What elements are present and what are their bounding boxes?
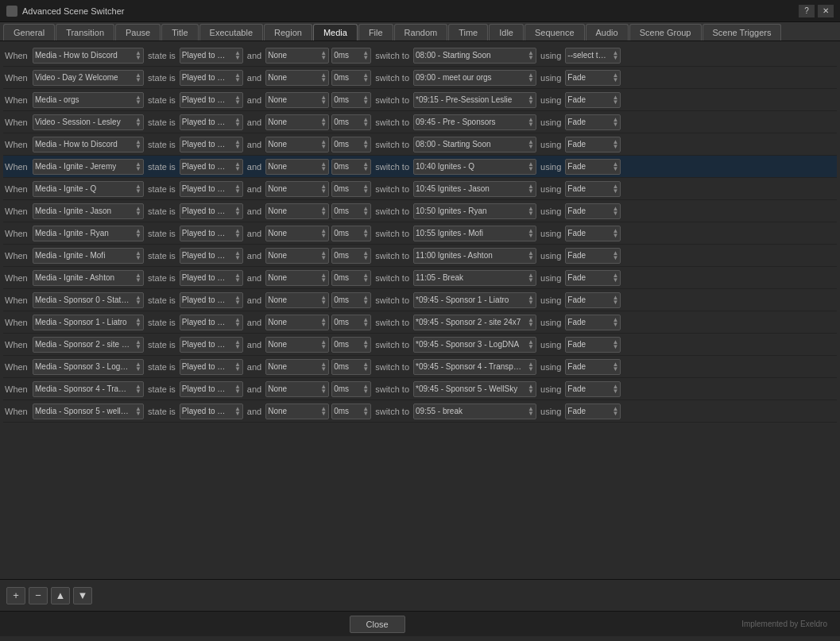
ms-select[interactable]: 0ms▲▼	[331, 114, 371, 130]
none-select[interactable]: None▲▼	[265, 137, 329, 153]
none-select[interactable]: None▲▼	[265, 114, 329, 130]
state-select[interactable]: Played to end▲▼	[180, 270, 243, 286]
ms-select[interactable]: 0ms▲▼	[331, 159, 371, 175]
scene-select[interactable]: 10:40 Ignites - Q▲▼	[413, 159, 536, 175]
state-select[interactable]: Played to end▲▼	[180, 48, 243, 64]
tab-general[interactable]: General	[3, 24, 55, 41]
scene-select[interactable]: 11:05 - Break▲▼	[413, 270, 536, 286]
media-select[interactable]: Video - Day 2 Welcome▲▼	[33, 70, 144, 86]
none-select[interactable]: None▲▼	[265, 292, 329, 308]
tab-media[interactable]: Media	[313, 24, 358, 41]
ms-select[interactable]: 0ms▲▼	[331, 70, 371, 86]
state-select[interactable]: Played to end▲▼	[180, 181, 243, 197]
state-select[interactable]: Played to end▲▼	[180, 359, 243, 375]
media-select[interactable]: Media - Ignite - Ashton▲▼	[33, 270, 144, 286]
none-select[interactable]: None▲▼	[265, 48, 329, 64]
scene-select[interactable]: 08:00 - Starting Soon▲▼	[413, 137, 536, 153]
trans-select[interactable]: --select trans▲▼	[565, 48, 621, 64]
none-select[interactable]: None▲▼	[265, 203, 329, 219]
state-select[interactable]: Played to end▲▼	[180, 92, 243, 108]
state-select[interactable]: Played to end▲▼	[180, 337, 243, 353]
none-select[interactable]: None▲▼	[265, 92, 329, 108]
none-select[interactable]: None▲▼	[265, 337, 329, 353]
trans-select[interactable]: Fade▲▼	[565, 92, 621, 108]
scene-select[interactable]: 10:45 Ignites - Jason▲▼	[413, 181, 536, 197]
state-select[interactable]: Played to end▲▼	[180, 137, 243, 153]
trans-select[interactable]: Fade▲▼	[565, 270, 621, 286]
state-select[interactable]: Played to end▲▼	[180, 292, 243, 308]
scene-select[interactable]: 08:00 - Starting Soon▲▼	[413, 48, 536, 64]
trans-select[interactable]: Fade▲▼	[565, 137, 621, 153]
media-select[interactable]: Video - Session - Lesley▲▼	[33, 114, 144, 130]
state-select[interactable]: Played to end▲▼	[180, 159, 243, 175]
none-select[interactable]: None▲▼	[265, 159, 329, 175]
ms-select[interactable]: 0ms▲▼	[331, 381, 371, 397]
media-select[interactable]: Media - Sponsor 2 - site 24x7▲▼	[33, 337, 144, 353]
scene-select[interactable]: *09:45 - Sponsor 1 - Liatro▲▼	[413, 292, 536, 308]
trans-select[interactable]: Fade▲▼	[565, 315, 621, 330]
state-select[interactable]: Played to end▲▼	[180, 70, 243, 86]
tab-idle[interactable]: Idle	[489, 24, 524, 41]
ms-select[interactable]: 0ms▲▼	[331, 48, 371, 64]
scene-select[interactable]: *09:45 - Sponsor 2 - site 24x7▲▼	[413, 315, 536, 330]
none-select[interactable]: None▲▼	[265, 270, 329, 286]
tab-audio[interactable]: Audio	[586, 24, 629, 41]
close-button[interactable]: Close	[350, 616, 405, 633]
media-select[interactable]: Media - Ignite - Ryan▲▼	[33, 226, 144, 241]
trans-select[interactable]: Fade▲▼	[565, 114, 621, 130]
tab-region[interactable]: Region	[264, 24, 312, 41]
trans-select[interactable]: Fade▲▼	[565, 248, 621, 264]
tab-random[interactable]: Random	[394, 24, 448, 41]
none-select[interactable]: None▲▼	[265, 381, 329, 397]
media-select[interactable]: Media - Sponsor 4 - Transposit▲▼	[33, 381, 144, 397]
trans-select[interactable]: Fade▲▼	[565, 226, 621, 241]
trans-select[interactable]: Fade▲▼	[565, 159, 621, 175]
tab-time[interactable]: Time	[448, 24, 488, 41]
trans-select[interactable]: Fade▲▼	[565, 292, 621, 308]
media-select[interactable]: Media - Sponsor 3 - LogDNA▲▼	[33, 359, 144, 375]
scene-select[interactable]: 10:50 Ignites - Ryan▲▼	[413, 203, 536, 219]
close-window-button[interactable]: ✕	[818, 5, 834, 17]
trans-select[interactable]: Fade▲▼	[565, 337, 621, 353]
remove-button[interactable]: −	[29, 587, 48, 604]
scene-select[interactable]: *09:45 - Sponsor 4 - Transposit▲▼	[413, 359, 536, 375]
trans-select[interactable]: Fade▲▼	[565, 359, 621, 375]
media-select[interactable]: Media - How to Discord▲▼	[33, 137, 144, 153]
scene-select[interactable]: *09:45 - Sponsor 3 - LogDNA▲▼	[413, 337, 536, 353]
scene-select[interactable]: *09:15 - Pre-Session Leslie▲▼	[413, 92, 536, 108]
scene-select[interactable]: 09:45 - Pre - Sponsors▲▼	[413, 114, 536, 130]
state-select[interactable]: Played to end▲▼	[180, 381, 243, 397]
media-select[interactable]: Media - Ignite - Jason▲▼	[33, 203, 144, 219]
scene-select[interactable]: 09:00 - meet our orgs▲▼	[413, 70, 536, 86]
state-select[interactable]: Played to end▲▼	[180, 203, 243, 219]
media-select[interactable]: Media - Sponsor 0 - State Farm▲▼	[33, 292, 144, 308]
media-select[interactable]: Media - orgs▲▼	[33, 92, 144, 108]
none-select[interactable]: None▲▼	[265, 404, 329, 419]
media-select[interactable]: Media - Sponsor 1 - Liatro▲▼	[33, 315, 144, 330]
media-select[interactable]: Media - Sponsor 5 - wellsky▲▼	[33, 404, 144, 419]
media-select[interactable]: Media - Ignite - Jeremy▲▼	[33, 159, 144, 175]
move-down-button[interactable]: ▼	[73, 587, 92, 604]
tab-file[interactable]: File	[358, 24, 393, 41]
state-select[interactable]: Played to end▲▼	[180, 315, 243, 330]
tab-scene-group[interactable]: Scene Group	[629, 24, 702, 41]
help-button[interactable]: ?	[799, 5, 815, 17]
none-select[interactable]: None▲▼	[265, 70, 329, 86]
tab-sequence[interactable]: Sequence	[525, 24, 585, 41]
media-select[interactable]: Media - How to Discord▲▼	[33, 48, 144, 64]
scene-select[interactable]: 09:55 - break▲▼	[413, 404, 536, 419]
trans-select[interactable]: Fade▲▼	[565, 181, 621, 197]
scene-select[interactable]: 11:00 Ignites - Ashton▲▼	[413, 248, 536, 264]
scene-select[interactable]: *09:45 - Sponsor 5 - WellSky▲▼	[413, 381, 536, 397]
ms-select[interactable]: 0ms▲▼	[331, 137, 371, 153]
ms-select[interactable]: 0ms▲▼	[331, 315, 371, 330]
state-select[interactable]: Played to end▲▼	[180, 226, 243, 241]
scene-select[interactable]: 10:55 Ignites - Mofi▲▼	[413, 226, 536, 241]
ms-select[interactable]: 0ms▲▼	[331, 337, 371, 353]
ms-select[interactable]: 0ms▲▼	[331, 404, 371, 419]
none-select[interactable]: None▲▼	[265, 226, 329, 241]
trans-select[interactable]: Fade▲▼	[565, 404, 621, 419]
media-select[interactable]: Media - Ignite - Q▲▼	[33, 181, 144, 197]
tab-title[interactable]: Title	[161, 24, 198, 41]
ms-select[interactable]: 0ms▲▼	[331, 92, 371, 108]
